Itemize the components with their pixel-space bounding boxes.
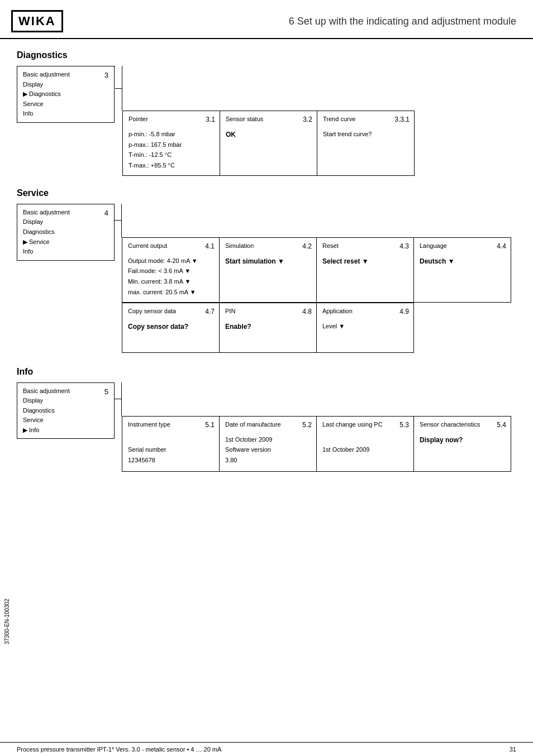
service-menu: 4 Basic adjustment Display Diagnostics ▶… [17,204,115,261]
card-reset-num: 4.3 [399,242,409,250]
diagnostics-menu: 3 Basic adjustment Display ▶ Diagnostics… [17,66,115,123]
svc-menu-item-basic[interactable]: Basic adjustment [23,208,108,218]
card-language-label: Language [420,242,447,249]
svc-menu-item-display[interactable]: Display [23,217,108,227]
card-copy-sensor-num: 4.7 [205,308,215,315]
card-sensor-char-num: 5.4 [497,421,506,429]
card-instrument-type-label: Instrument type [128,421,170,428]
card-application: Application 4.9 Level ▼ [316,303,414,353]
service-title: Service [17,188,516,198]
page-header: WIKA 6 Set up with the indicating and ad… [0,0,533,39]
card-reset-content: Select reset ▼ [322,256,408,267]
card-pin-label: PIN [225,308,235,314]
card-simulation: Simulation 4.2 Start simulation ▼ [219,237,317,303]
card-trend-curve-num: 3.3.1 [394,116,410,123]
diagnostics-menu-num: 3 [104,70,108,82]
card-pointer: Pointer 3.1 p-min.: -5.8 mbar p-max.: 16… [122,111,220,176]
service-menu-num: 4 [104,208,108,219]
card-application-label: Application [322,308,353,314]
info-menu-item-basic[interactable]: Basic adjustment [23,386,108,396]
info-menu-num: 5 [104,386,108,398]
diagnostics-section: 3 Basic adjustment Display ▶ Diagnostics… [17,66,516,176]
card-sensor-char-label: Sensor characteristics [420,421,480,428]
info-menu: 5 Basic adjustment Display Diagnostics S… [17,382,115,439]
card-simulation-num: 4.2 [302,242,312,250]
card-instrument-type-num: 5.1 [205,421,215,429]
card-application-num: 4.9 [399,308,409,315]
svc-menu-item-service[interactable]: ▶ Service [23,237,108,247]
card-current-output-label: Current output [128,242,167,249]
menu-item-basic-adj[interactable]: Basic adjustment [23,70,108,80]
card-copy-sensor-label: Copy sensor data [128,308,176,314]
card-application-content: Level ▼ [322,321,408,332]
card-trend-curve: Trend curve 3.3.1 Start trend curve? [317,111,415,176]
info-cards-row: Instrument type 5.1 Serial number1234567… [122,416,511,472]
service-cards-row1: Current output 4.1 Output mode: 4-20 mA … [122,237,511,303]
card-current-output-num: 4.1 [205,242,215,250]
card-sensor-status: Sensor status 3.2 OK [220,111,317,176]
card-copy-sensor: Copy sensor data 4.7 Copy sensor data? [122,303,220,353]
card-pin: PIN 4.8 Enable? [219,303,317,353]
info-menu-item-display[interactable]: Display [23,396,108,406]
info-section: 5 Basic adjustment Display Diagnostics S… [17,382,516,472]
card-trend-curve-label: Trend curve [323,116,355,122]
card-language-content: Deutsch ▼ [420,256,505,267]
card-sensor-char-content: Display now? [420,434,505,446]
service-section: 4 Basic adjustment Display Diagnostics ▶… [17,204,516,353]
card-trend-curve-content: Start trend curve? [323,129,408,140]
card-language: Language 4.4 Deutsch ▼ [413,237,511,303]
card-pin-num: 4.8 [302,308,312,315]
footer-text: Process pressure transmitter IPT-1* Vers… [17,746,221,753]
card-instrument-type: Instrument type 5.1 Serial number1234567… [122,416,220,472]
card-last-change-num: 5.3 [399,421,409,429]
menu-item-service[interactable]: Service [23,99,108,109]
logo: WIKA [11,10,63,32]
document-number: 37300-EN-100302 [4,599,10,644]
svc-menu-item-info[interactable]: Info [23,247,108,257]
card-pointer-content: p-min.: -5.8 mbar p-max.: 167.5 mbar T-m… [129,129,214,171]
menu-item-display[interactable]: Display [23,80,108,90]
info-menu-item-diagnostics[interactable]: Diagnostics [23,406,108,416]
service-cards-row2: Copy sensor data 4.7 Copy sensor data? P… [122,303,511,353]
card-last-change: Last change using PC 5.3 1st October 200… [316,416,414,472]
card-current-output-content: Output mode: 4-20 mA ▼ Fail.mode: < 3.6 … [128,256,213,298]
card-pin-content: Enable? [225,321,311,332]
card-simulation-label: Simulation [225,242,254,249]
info-menu-item-service[interactable]: Service [23,415,108,425]
menu-item-diagnostics[interactable]: ▶ Diagnostics [23,89,108,99]
card-sensor-status-num: 3.2 [303,116,312,123]
card-sensor-characteristics: Sensor characteristics 5.4 Display now? [413,416,511,472]
card-date-manufacture-content: 1st October 2009 Software version 3.80 [225,434,311,466]
card-instrument-type-content: Serial number12345678 [128,434,213,466]
main-content: Diagnostics 3 Basic adjustment Display ▶… [0,50,533,472]
card-date-manufacture: Date of manufacture 5.2 1st October 2009… [219,416,317,472]
info-title: Info [17,367,516,377]
card-pointer-label: Pointer [129,116,148,122]
card-simulation-content: Start simulation ▼ [225,256,311,267]
diagnostics-title: Diagnostics [17,50,516,60]
svc-menu-item-diagnostics[interactable]: Diagnostics [23,227,108,237]
card-sensor-status-content: OK [226,129,311,140]
card-sensor-status-label: Sensor status [226,116,263,122]
card-date-manufacture-label: Date of manufacture [225,421,281,428]
page-footer: Process pressure transmitter IPT-1* Vers… [0,742,533,756]
card-current-output: Current output 4.1 Output mode: 4-20 mA … [122,237,220,303]
info-menu-item-info[interactable]: ▶ Info [23,425,108,436]
card-reset: Reset 4.3 Select reset ▼ [316,237,414,303]
card-language-num: 4.4 [497,242,506,250]
footer-page-num: 31 [510,746,516,753]
card-last-change-content: 1st October 2009 [322,434,408,455]
card-date-manufacture-num: 5.2 [302,421,312,429]
card-last-change-label: Last change using PC [322,421,383,428]
card-copy-sensor-content: Copy sensor data? [128,321,213,332]
menu-item-info[interactable]: Info [23,109,108,119]
card-reset-label: Reset [322,242,339,249]
card-pointer-num: 3.1 [206,116,215,123]
header-title: 6 Set up with the indicating and adjustm… [289,16,516,27]
